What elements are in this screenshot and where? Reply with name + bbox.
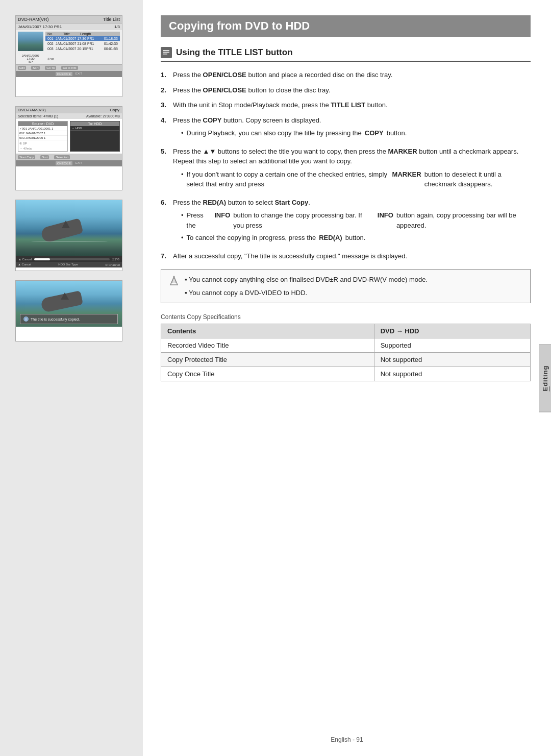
svg-rect-0 xyxy=(163,50,169,51)
specs-section: Contents Copy Specifications Contents DV… xyxy=(161,313,531,381)
note-1: You cannot copy anything else on finalis… xyxy=(185,275,523,285)
step-2: 2. Press the OPEN/CLOSE button to close … xyxy=(161,85,531,95)
screen3-progress: ▲ Cancel 21% xyxy=(16,256,122,262)
screen1-header: DVD-RAM(VR) Title List xyxy=(16,16,122,23)
section-icon xyxy=(161,47,172,58)
screen3-cancel: ▲ Cancel xyxy=(18,258,32,261)
screen3-percent: 21% xyxy=(112,257,119,261)
dolphin-fin xyxy=(62,221,70,228)
screen2-available: Available: 273800MB xyxy=(86,114,120,118)
left-panel: DVD-RAM(VR) Title List JAN/01/2007 17:30… xyxy=(0,0,143,756)
screenshot-title-list: DVD-RAM(VR) Title List JAN/01/2007 17:30… xyxy=(15,15,122,97)
screen1-date: JAN/01/2007 17:30 PR1 xyxy=(18,25,62,29)
step5-bullets: If you don't want to copy a certain one … xyxy=(181,169,531,189)
screen2-source-label: Source : DVD xyxy=(18,121,67,126)
svg-rect-2 xyxy=(163,54,167,55)
specs-row-1: Recorded Video Title Supported xyxy=(161,338,531,353)
screen2-header-left: DVD-RAM(VR) xyxy=(18,108,46,112)
screen2-footer: Start Copy Sort Selection xyxy=(16,154,122,160)
screenshot-playing: ▲ Cancel 21% ▲ Cancel HDD Bar Type ⊙ Cha… xyxy=(15,200,122,271)
screen2-header: DVD-RAM(VR) Copy xyxy=(16,107,122,113)
screen1-footer: Edit Sort Go To Go to Info xyxy=(16,64,122,71)
progress-fill xyxy=(34,258,50,260)
step6-bullets: Press the INFO button to change the copy… xyxy=(181,210,531,243)
specs-row1-col1: Recorded Video Title xyxy=(161,338,374,353)
editing-tab: Editing xyxy=(539,344,551,412)
specs-row-3: Copy Once Title Not supported xyxy=(161,367,531,381)
step-3: 3. With the unit in Stop mode/Playback m… xyxy=(161,100,531,110)
screen2-body: Source : DVD ✓001 JAN/01/2012001 1 002 J… xyxy=(16,119,122,154)
page-title: Copying from DVD to HDD xyxy=(161,15,531,37)
step-4: 4. Press the COPY button. Copy screen is… xyxy=(161,115,531,141)
main-content: Copying from DVD to HDD Using the TITLE … xyxy=(143,0,551,756)
screen4-success-overlay: i The title is successfully copied. xyxy=(20,314,118,324)
progress-track xyxy=(34,258,110,260)
info-icon: i xyxy=(23,316,29,322)
note-content: You cannot copy anything else on finalis… xyxy=(185,275,523,298)
screenshot-success: i The title is successfully copied. xyxy=(15,280,122,342)
screen1-row2: 002 JAN/01/2007 21:08 PR1 01:42:35 xyxy=(45,41,120,46)
step-7: 7. After a successful copy, "The title i… xyxy=(161,251,531,261)
screen1-page: 1/3 xyxy=(114,25,120,29)
screen2-header-right: Copy xyxy=(110,108,119,112)
specs-row-2: Copy Protected Title Not supported xyxy=(161,353,531,367)
screen2-dest-label: To: HDD xyxy=(70,121,119,126)
screen1-row1: 001 JAN/01/2007 17:36 PR1 01:18:33 xyxy=(45,36,120,41)
screen1-header-right: Title List xyxy=(103,17,120,22)
step4-bullets: During Playback, you can also copy the t… xyxy=(181,128,531,138)
specs-col-contents: Contents xyxy=(161,324,374,338)
screen3-scene xyxy=(16,200,122,256)
step-5: 5. Press the ▲▼ buttons to select the ti… xyxy=(161,147,531,192)
screen1-row3: 003 JAN/01/2007 20:15PR1 00:01:55 xyxy=(45,46,120,52)
specs-row3-col1: Copy Once Title xyxy=(161,367,374,381)
editing-tab-label: Editing xyxy=(541,365,549,391)
step-1: 1. Press the OPEN/CLOSE button and place… xyxy=(161,70,531,80)
screen1-header-left: DVD-RAM(VR) xyxy=(18,17,49,22)
success-message: The title is successfully copied. xyxy=(31,318,80,321)
section-header: Using the TITLE LIST button xyxy=(161,47,531,62)
page-footer: English - 91 xyxy=(143,736,551,743)
step-6: 6. Press the RED(A) button to select Sta… xyxy=(161,198,531,246)
note-icon xyxy=(168,276,180,298)
specs-row2-col2: Not supported xyxy=(374,353,530,367)
screen1-table-header: No. Title Length xyxy=(45,32,120,36)
section-title-text: Using the TITLE LIST button xyxy=(176,47,293,58)
specs-col-dvd-hdd: DVD → HDD xyxy=(374,324,530,338)
svg-point-3 xyxy=(173,276,175,278)
specs-row3-col2: Not supported xyxy=(374,367,530,381)
specs-label: Contents Copy Specifications xyxy=(161,313,531,321)
note-box: You cannot copy anything else on finalis… xyxy=(161,269,531,303)
instructions-list: 1. Press the OPEN/CLOSE button and place… xyxy=(161,70,531,261)
screen4-scene: i The title is successfully copied. xyxy=(16,281,122,327)
svg-rect-1 xyxy=(163,52,169,53)
specs-table: Contents DVD → HDD Recorded Video Title … xyxy=(161,324,531,381)
note-2: You cannot copy a DVD-VIDEO to HDD. xyxy=(185,288,523,298)
screenshot-copy-screen: DVD-RAM(VR) Copy Selected Items: 47MB (1… xyxy=(15,106,122,190)
specs-row2-col1: Copy Protected Title xyxy=(161,353,374,367)
footer-text: English - 91 xyxy=(331,736,363,743)
screen2-selected: Selected Items: 47MB (1) xyxy=(18,114,58,118)
specs-row1-col2: Supported xyxy=(374,338,530,353)
